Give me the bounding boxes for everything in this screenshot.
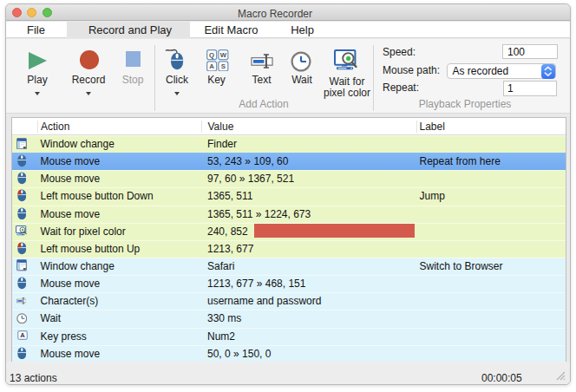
svg-text:A: A — [20, 331, 25, 339]
svg-text:A: A — [209, 62, 214, 70]
svg-text:S: S — [220, 62, 225, 70]
svg-text:W: W — [219, 50, 226, 58]
svg-text:Q: Q — [209, 50, 214, 58]
